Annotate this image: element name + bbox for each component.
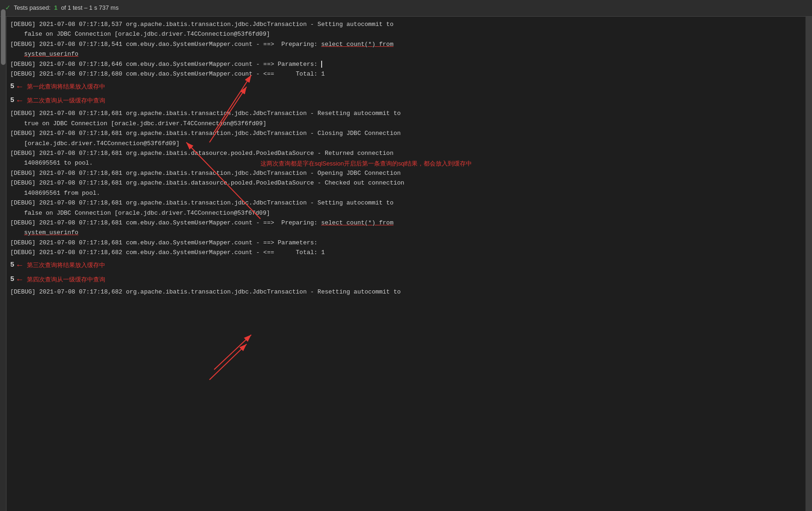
log-line-16: [DEBUG] 2021-07-08 07:17:18,681 org.apac… [10, 178, 800, 188]
value-number-3: 5 [10, 260, 14, 271]
left-gutter: s s [0, 17, 6, 511]
main-content: s s [DEBUG] 2021-07-08 07:17:18,537 org.… [0, 17, 812, 511]
value-row-2: 5 ← 第二次查询从一级缓存中查询 [10, 94, 800, 108]
log-line-10: true on JDBC Connection [oracle.jdbc.dri… [10, 119, 800, 128]
log-line-18: [DEBUG] 2021-07-08 07:17:18,681 org.apac… [10, 198, 800, 208]
top-bar: ✓ Tests passed: 1 of 1 test – 1 s 737 ms [0, 0, 812, 17]
sql-underline-3: select count(*) from [321, 219, 393, 226]
annotation-2: 第二次查询从一级缓存中查询 [27, 96, 105, 106]
line-14-wrapper: 1408695561 to pool. 这两次查询都是字在sqlSession开… [10, 158, 800, 168]
log-line-13: [DEBUG] 2021-07-08 07:17:18,681 org.apac… [10, 148, 800, 158]
value-row-1: 5 ← 第一此查询将结果放入缓存中 [10, 80, 800, 94]
log-line-5: [DEBUG] 2021-07-08 07:17:18,646 com.ebuy… [10, 59, 800, 69]
sql-underline-4: system_userinfo [24, 229, 78, 236]
annotation-1: 第一此查询将结果放入缓存中 [27, 82, 105, 92]
log-line-19: false on JDBC Connection [oracle.jdbc.dr… [10, 208, 800, 218]
value-number-2: 5 [10, 95, 14, 107]
value-row-3: 5 ← 第三次查询将结果放入缓存中 [10, 259, 800, 272]
log-line-14: 1408695561 to pool. [10, 158, 93, 168]
sql-underline-2: system_userinfo [24, 51, 78, 57]
tests-label-text: Tests passed: [14, 4, 51, 11]
scrollbar[interactable] [806, 17, 812, 511]
middle-annotation: 这两次查询都是字在sqlSession开启后第一条查询的sql结果，都会放入到缓… [260, 159, 472, 169]
arrow-left-3: ← [17, 259, 22, 272]
log-line-6: [DEBUG] 2021-07-08 07:17:18,680 com.ebuy… [10, 69, 800, 79]
log-line-1: [DEBUG] 2021-07-08 07:17:18,537 org.apac… [10, 19, 800, 29]
check-icon: ✓ [6, 2, 10, 14]
tests-count: 1 [54, 4, 57, 11]
svg-line-5 [209, 344, 247, 380]
log-line-20: [DEBUG] 2021-07-08 07:17:18,681 com.ebuy… [10, 218, 800, 228]
value-row-4: 5 ← 第四次查询从一级缓存中查询 [10, 273, 800, 287]
arrow-left-2: ← [17, 94, 22, 108]
arrow-left-1: ← [17, 80, 22, 94]
log-line-23: [DEBUG] 2021-07-08 07:17:18,682 com.ebuy… [10, 248, 800, 257]
log-wrapper: [DEBUG] 2021-07-08 07:17:18,537 org.apac… [10, 19, 800, 297]
log-line-11: [DEBUG] 2021-07-08 07:17:18,681 org.apac… [10, 128, 800, 138]
log-line-9: [DEBUG] 2021-07-08 07:17:18,681 org.apac… [10, 109, 800, 118]
sql-underline-1: select count(*) from [321, 41, 393, 48]
log-line-12: [oracle.jdbc.driver.T4CConnection@53f6fd… [10, 139, 800, 148]
log-line-4: system_userinfo [10, 49, 800, 59]
log-area[interactable]: [DEBUG] 2021-07-08 07:17:18,537 org.apac… [6, 17, 806, 511]
svg-line-4 [214, 335, 251, 370]
log-line-21: system_userinfo [10, 228, 800, 237]
tests-passed-label: Tests passed: 1 of 1 test – 1 s 737 ms [14, 3, 119, 13]
annotation-4: 第四次查询从一级缓存中查询 [27, 275, 105, 285]
scrollbar-thumb[interactable] [1, 17, 6, 65]
annotation-3: 第三次查询将结果放入缓存中 [27, 261, 105, 270]
log-line-22: [DEBUG] 2021-07-08 07:17:18,681 com.ebuy… [10, 238, 800, 248]
value-number-4: 5 [10, 274, 14, 286]
log-line-17: 1408695561 from pool. [10, 188, 800, 198]
tests-detail: of 1 test – 1 s 737 ms [61, 4, 119, 11]
log-line-3: [DEBUG] 2021-07-08 07:17:18,541 com.ebuy… [10, 39, 800, 49]
log-line-26: [DEBUG] 2021-07-08 07:17:18,682 org.apac… [10, 287, 800, 297]
value-number-1: 5 [10, 81, 14, 93]
log-line-15: [DEBUG] 2021-07-08 07:17:18,681 org.apac… [10, 168, 800, 178]
arrow-left-4: ← [17, 273, 22, 287]
log-line-2: false on JDBC Connection [oracle.jdbc.dr… [10, 29, 800, 39]
